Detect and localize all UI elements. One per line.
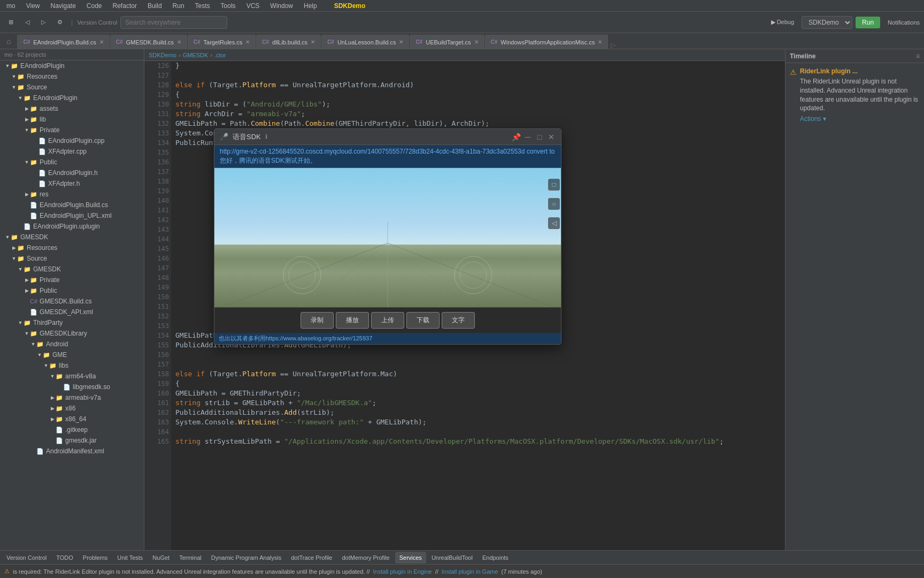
- sidebar-item-eandroidplugin-uplugin[interactable]: 📄 EAndroidPlugin.uplugin: [0, 221, 144, 232]
- sidebar-item-assets[interactable]: ▶ 📁 assets: [0, 103, 144, 114]
- dialog-play-btn[interactable]: 播放: [336, 312, 369, 329]
- tab-close-icon[interactable]: ✕: [177, 39, 181, 45]
- project-dropdown[interactable]: SDKDemo: [802, 16, 852, 29]
- sidebar-item-x86-64[interactable]: ▶ 📁 x86_64: [0, 414, 144, 424]
- side-icon-square[interactable]: □: [548, 179, 560, 191]
- search-input[interactable]: [120, 16, 227, 29]
- notifications-label[interactable]: Notifications: [888, 19, 920, 26]
- tab-uebuildtarget[interactable]: C# UEBuildTarget.cs ✕: [410, 35, 484, 49]
- bottom-tab-unrealbuildtool[interactable]: UnrealBuildTool: [427, 552, 477, 564]
- bottom-tab-dynamic-analysis[interactable]: Dynamic Program Analysis: [207, 552, 286, 564]
- tab-windowsplatform[interactable]: C# WindowsPlatformApplicationMisc.cs ✕: [485, 35, 609, 49]
- dialog-pin-btn[interactable]: 📌: [512, 133, 520, 141]
- menu-item-refactor[interactable]: Refactor: [111, 1, 139, 11]
- toolbar-back-btn[interactable]: ◁: [21, 15, 34, 30]
- sidebar-item-private1[interactable]: ▼ 📁 Private: [0, 125, 144, 135]
- actions-link[interactable]: Actions ▾: [800, 115, 826, 123]
- bottom-tab-version-control[interactable]: Version Control: [2, 552, 51, 564]
- dialog-text-btn[interactable]: 文字: [442, 312, 475, 329]
- sidebar-item-armeabiv7a[interactable]: ▶ 📁 armeabi-v7a: [0, 392, 144, 403]
- menu-item-code[interactable]: Code: [84, 1, 104, 11]
- dialog-minimize-btn[interactable]: ─: [523, 133, 532, 141]
- install-engine-link[interactable]: Install plugin in Engine: [373, 568, 432, 575]
- sidebar-item-res[interactable]: ▶ 📁 res: [0, 189, 144, 200]
- debug-btn[interactable]: ▶ Debug: [767, 15, 798, 30]
- toolbar-breadcrumb-btn[interactable]: ⊞: [4, 15, 18, 30]
- tab-dllib[interactable]: C# dllLib.build.cs ✕: [256, 35, 321, 49]
- sidebar-item-gmesdk-api[interactable]: 📄 GMESDK_API.xml: [0, 307, 144, 317]
- bottom-tab-dotmemory[interactable]: dotMemory Profile: [337, 552, 394, 564]
- bottom-tab-problems[interactable]: Problems: [79, 552, 112, 564]
- sidebar-item-private2[interactable]: ▶ 📁 Private: [0, 275, 144, 285]
- sidebar-item-gmesdk[interactable]: ▼ 📁 GMESDK: [0, 232, 144, 242]
- menu-item-help[interactable]: Help: [302, 1, 319, 11]
- sidebar-item-thirdparty[interactable]: ▼ 📁 ThirdParty: [0, 317, 144, 328]
- sidebar-item-x86[interactable]: ▶ 📁 x86: [0, 403, 144, 414]
- breadcrumb-ctor[interactable]: .ctor: [214, 52, 226, 58]
- sidebar-item-public2[interactable]: ▶ 📁 Public: [0, 285, 144, 296]
- menu-item-run[interactable]: Run: [171, 1, 187, 11]
- sidebar-item-arm64v8a[interactable]: ▼ 📁 arm64-v8a: [0, 371, 144, 382]
- bottom-tab-terminal[interactable]: Terminal: [175, 552, 206, 564]
- dialog-close-btn[interactable]: ✕: [547, 133, 556, 141]
- tab-targetrules[interactable]: C# TargetRules.cs ✕: [188, 35, 256, 49]
- breadcrumb-sdkdemo[interactable]: SDKDemo: [149, 52, 176, 58]
- breadcrumb-gmesdk[interactable]: GMESDK: [183, 52, 209, 58]
- menu-item-tests[interactable]: Tests: [193, 1, 212, 11]
- bottom-tab-todo[interactable]: TODO: [52, 552, 78, 564]
- toolbar-run-config-btn[interactable]: ⚙: [53, 15, 67, 30]
- sidebar-item-libgmesdk[interactable]: 📄 libgmesdk.so: [0, 382, 144, 392]
- collapse-btn[interactable]: ≡: [916, 52, 920, 60]
- side-icon-circle[interactable]: ○: [548, 198, 560, 210]
- tab-unlualesson[interactable]: C# UnLuaLesson.Build.cs ✕: [321, 35, 409, 49]
- sidebar-item-xfadpter-cpp[interactable]: 📄 XFAdpter.cpp: [0, 146, 144, 157]
- tab-close-icon[interactable]: ✕: [99, 39, 104, 45]
- sidebar-item-eandroidplugin-cpp[interactable]: 📄 EAndroidPlugin.cpp: [0, 135, 144, 146]
- bottom-tab-endpoints[interactable]: Endpoints: [478, 552, 513, 564]
- bottom-tab-unit-tests[interactable]: Unit Tests: [113, 552, 147, 564]
- sidebar-item-gmesdklibrary[interactable]: ▼ 📁 GMESDKLibrary: [0, 328, 144, 339]
- side-icon-back[interactable]: ◁: [548, 217, 560, 229]
- menu-item-vcs[interactable]: VCS: [244, 1, 262, 11]
- dialog-download-btn[interactable]: 下载: [406, 312, 440, 329]
- sidebar-item-gmesdk-jar[interactable]: 📄 gmesdk.jar: [0, 435, 144, 446]
- menu-item-mo[interactable]: mo: [4, 1, 18, 11]
- sidebar-item-source1[interactable]: ▼ 📁 Source: [0, 82, 144, 93]
- more-tabs-btn[interactable]: ▷: [611, 41, 615, 49]
- sidebar-item-gmesdk-buildcs[interactable]: C# GMESDK.Build.cs: [0, 296, 144, 307]
- tab-gmesdk-build[interactable]: C# GMESDK.Build.cs ✕: [110, 35, 187, 49]
- sidebar-item-lib[interactable]: ▶ 📁 lib: [0, 114, 144, 125]
- tab-close-icon[interactable]: ✕: [245, 39, 250, 45]
- tab-close-icon[interactable]: ✕: [399, 39, 403, 45]
- sidebar-item-eandroidplugin[interactable]: ▼ 📁 EAndroidPlugin: [0, 60, 144, 71]
- tab-close-icon[interactable]: ✕: [474, 39, 479, 45]
- bottom-tab-nuget[interactable]: NuGet: [148, 552, 174, 564]
- tab-close-icon[interactable]: ✕: [311, 39, 315, 45]
- menu-item-build[interactable]: Build: [145, 1, 164, 11]
- menu-item-view[interactable]: View: [24, 1, 42, 11]
- menu-item-window[interactable]: Window: [268, 1, 295, 11]
- bottom-tab-services[interactable]: Services: [395, 552, 426, 564]
- tab-eandroidplugin-build[interactable]: C# EAndroidPlugin.Build.cs ✕: [17, 35, 109, 49]
- bottom-tab-dottrace[interactable]: dotTrace Profile: [287, 552, 336, 564]
- sidebar-item-eandroidplugin-upl[interactable]: 📄 EAndroidPlugin_UPL.xml: [0, 210, 144, 221]
- sidebar-item-gmesdk-sub[interactable]: ▼ 📁 GMESDK: [0, 264, 144, 275]
- menu-item-navigate[interactable]: Navigate: [48, 1, 78, 11]
- install-game-link[interactable]: Install plugin in Game: [442, 568, 498, 575]
- breadcrumb-home-btn[interactable]: ⌂: [2, 34, 15, 49]
- sidebar-item-eandroidplugin-sub[interactable]: ▼ 📁 EAndroidPlugin: [0, 93, 144, 103]
- toolbar-forward-btn[interactable]: ▷: [37, 15, 50, 30]
- tab-close-icon[interactable]: ✕: [598, 39, 602, 45]
- menu-item-tools[interactable]: Tools: [219, 1, 238, 11]
- run-button[interactable]: Run: [856, 17, 880, 28]
- sidebar-item-gitkeep[interactable]: 📄 .gitkeep: [0, 424, 144, 435]
- sidebar-item-libs[interactable]: ▼ 📁 libs: [0, 360, 144, 371]
- sidebar-item-gme[interactable]: ▼ 📁 GME: [0, 349, 144, 360]
- sidebar-item-android[interactable]: ▼ 📁 Android: [0, 339, 144, 349]
- sidebar-item-eandroidplugin-h[interactable]: 📄 EAndroidPlugin.h: [0, 168, 144, 178]
- sidebar-item-eandroidplugin-buildcs[interactable]: 📄 EAndroidPlugin.Build.cs: [0, 200, 144, 210]
- dialog-maximize-btn[interactable]: □: [535, 133, 544, 141]
- sidebar-item-public1[interactable]: ▼ 📁 Public: [0, 157, 144, 168]
- sidebar-item-resources2[interactable]: ▶ 📁 Resources: [0, 242, 144, 253]
- sidebar-item-xfadpter-h[interactable]: 📄 XFAdpter.h: [0, 178, 144, 189]
